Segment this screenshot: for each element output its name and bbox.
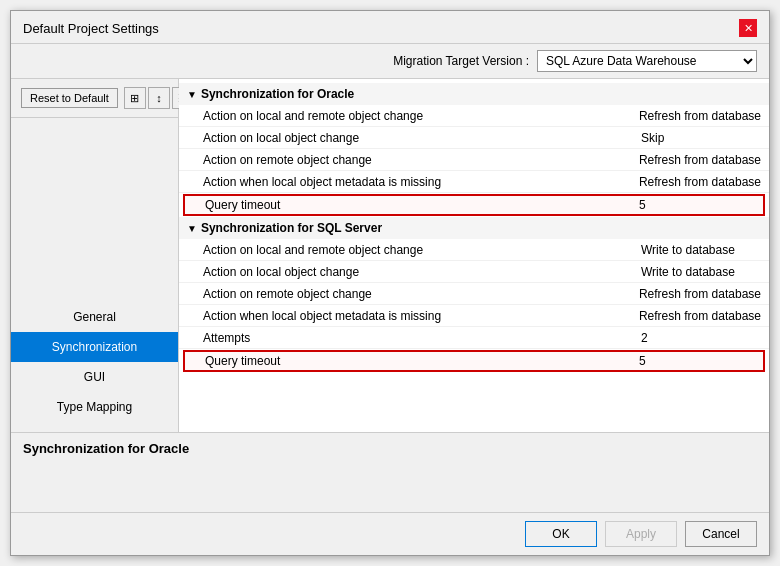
table-row: Action on remote object change Refresh f… <box>179 283 769 305</box>
button-bar: OK Apply Cancel <box>11 512 769 555</box>
setting-value: Refresh from database <box>639 109 761 123</box>
setting-value: Write to database <box>641 243 761 257</box>
sql-server-section-title: Synchronization for SQL Server <box>201 221 382 235</box>
table-row: Action on local object change Skip <box>179 127 769 149</box>
setting-name: Action on local object change <box>203 131 641 145</box>
migration-select[interactable]: SQL Azure Data Warehouse SQL Server 2016… <box>537 50 757 72</box>
setting-name: Query timeout <box>205 354 639 368</box>
migration-bar: Migration Target Version : SQL Azure Dat… <box>11 44 769 79</box>
setting-name: Attempts <box>203 331 641 345</box>
setting-name: Action when local object metadata is mis… <box>203 309 639 323</box>
setting-value: Refresh from database <box>639 153 761 167</box>
sort-icon[interactable]: ↕ <box>148 87 170 109</box>
left-panel: Reset to Default ⊞ ↕ ☰ General Synchroni… <box>11 79 179 432</box>
nav-items: General Synchronization GUI Type Mapping <box>11 118 178 432</box>
setting-name: Action on local and remote object change <box>203 109 639 123</box>
dialog: Default Project Settings ✕ Migration Tar… <box>10 10 770 556</box>
oracle-section-header[interactable]: ▼ Synchronization for Oracle <box>179 83 769 105</box>
table-row: Action when local object metadata is mis… <box>179 171 769 193</box>
setting-value: Refresh from database <box>639 175 761 189</box>
bottom-section-title: Synchronization for Oracle <box>23 441 757 456</box>
table-row: Action on local and remote object change… <box>179 239 769 261</box>
apply-button[interactable]: Apply <box>605 521 677 547</box>
bottom-section: Synchronization for Oracle <box>11 432 769 512</box>
main-content: Reset to Default ⊞ ↕ ☰ General Synchroni… <box>11 79 769 432</box>
oracle-query-timeout-row: Query timeout 5 <box>183 194 765 216</box>
setting-name: Action on local object change <box>203 265 641 279</box>
ok-button[interactable]: OK <box>525 521 597 547</box>
table-row: Attempts 2 <box>179 327 769 349</box>
setting-value: Write to database <box>641 265 761 279</box>
sql-query-timeout-row: Query timeout 5 <box>183 350 765 372</box>
reset-bar: Reset to Default ⊞ ↕ ☰ <box>11 79 178 118</box>
oracle-chevron-icon: ▼ <box>187 89 197 100</box>
setting-value: Skip <box>641 131 761 145</box>
setting-name: Action on remote object change <box>203 287 639 301</box>
reset-to-default-button[interactable]: Reset to Default <box>21 88 118 108</box>
setting-name: Action when local object metadata is mis… <box>203 175 639 189</box>
title-bar: Default Project Settings ✕ <box>11 11 769 44</box>
setting-name: Action on remote object change <box>203 153 639 167</box>
sidebar-item-general[interactable]: General <box>11 302 178 332</box>
table-row: Action on local and remote object change… <box>179 105 769 127</box>
sql-server-chevron-icon: ▼ <box>187 223 197 234</box>
setting-value: 2 <box>641 331 761 345</box>
close-button[interactable]: ✕ <box>739 19 757 37</box>
setting-name: Action on local and remote object change <box>203 243 641 257</box>
settings-tree: ▼ Synchronization for Oracle Action on l… <box>179 79 769 377</box>
setting-value: 5 <box>639 354 759 368</box>
sql-server-section-header[interactable]: ▼ Synchronization for SQL Server <box>179 217 769 239</box>
table-row: Action on remote object change Refresh f… <box>179 149 769 171</box>
sidebar-item-type-mapping[interactable]: Type Mapping <box>11 392 178 422</box>
setting-value: 5 <box>639 198 759 212</box>
migration-label: Migration Target Version : <box>393 54 529 68</box>
setting-value: Refresh from database <box>639 287 761 301</box>
setting-value: Refresh from database <box>639 309 761 323</box>
oracle-section-title: Synchronization for Oracle <box>201 87 354 101</box>
sidebar-item-synchronization[interactable]: Synchronization <box>11 332 178 362</box>
sidebar-item-gui[interactable]: GUI <box>11 362 178 392</box>
table-row: Action when local object metadata is mis… <box>179 305 769 327</box>
right-panel: ▼ Synchronization for Oracle Action on l… <box>179 79 769 432</box>
cancel-button[interactable]: Cancel <box>685 521 757 547</box>
dialog-title: Default Project Settings <box>23 21 159 36</box>
categorized-icon[interactable]: ⊞ <box>124 87 146 109</box>
setting-name: Query timeout <box>205 198 639 212</box>
table-row: Action on local object change Write to d… <box>179 261 769 283</box>
